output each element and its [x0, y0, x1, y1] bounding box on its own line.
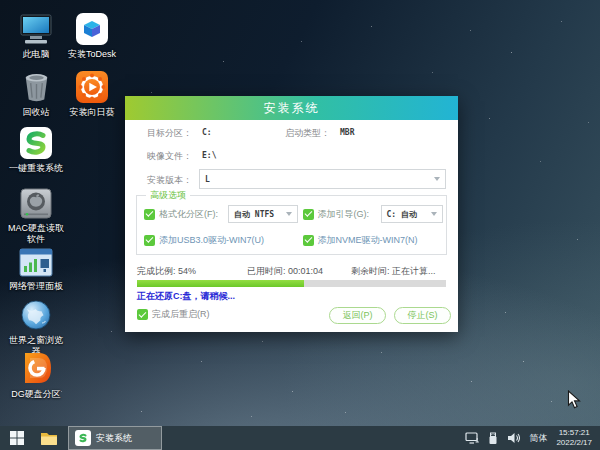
progress-bar — [137, 280, 446, 287]
remaining-time: 剩余时间: 正在计算... — [351, 265, 436, 278]
recycle-bin-icon — [21, 70, 52, 104]
icon-label: 一键重装系统 — [9, 163, 63, 174]
image-file-value: E:\ — [202, 151, 216, 160]
nvme-driver-checkbox[interactable] — [303, 235, 314, 246]
reboot-checkbox[interactable] — [137, 309, 148, 320]
icon-label: 此电脑 — [23, 49, 50, 60]
icon-label: 回收站 — [23, 107, 50, 118]
completion-ratio: 完成比例: 54% — [137, 265, 196, 278]
install-version-select[interactable]: L — [199, 169, 446, 189]
desktop-icon-this-pc[interactable]: 此电脑 — [7, 10, 65, 60]
reboot-after-finish[interactable]: 完成后重启(R) — [137, 308, 210, 321]
stop-button[interactable]: 停止(S) — [394, 307, 451, 324]
icon-label: DG硬盘分区 — [11, 389, 61, 400]
system-tray: 简体 15:57:21 2022/2/17 — [465, 426, 600, 450]
elapsed-time: 已用时间: 00:01:04 — [247, 265, 323, 278]
sunflower-icon — [75, 70, 109, 104]
start-button[interactable] — [0, 426, 34, 450]
advanced-options-legend: 高级选项 — [146, 189, 190, 202]
world-browser-globe-icon — [19, 298, 53, 332]
status-message: 正在还原C:盘，请稍候... — [137, 290, 235, 303]
file-explorer-button[interactable] — [34, 426, 64, 450]
usb3-driver-checkbox[interactable] — [144, 235, 155, 246]
tray-date: 2022/2/17 — [556, 438, 592, 448]
task-label: 安装系统 — [96, 432, 132, 445]
install-version-value: L — [205, 175, 210, 184]
install-system-dialog: 安装系统 目标分区： C: 启动类型： MBR 映像文件： E:\ 安装版本： … — [125, 96, 458, 332]
usb3-driver-label: 添加USB3.0驱动-WIN7(U) — [159, 234, 264, 247]
chevron-down-icon — [434, 177, 440, 181]
desktop-icon-reinstall-system[interactable]: 一键重装系统 — [7, 124, 65, 174]
desktop-icon-world-browser[interactable]: 世界之窗浏览器 — [7, 296, 65, 357]
computer-icon — [18, 13, 54, 46]
mouse-cursor — [567, 390, 581, 410]
windows-logo-icon — [10, 431, 24, 445]
network-panel-icon — [19, 248, 53, 278]
starfield — [0, 0, 1, 1]
install-version-label: 安装版本： — [147, 174, 192, 187]
format-partition-label: 格式化分区(F): — [159, 208, 218, 221]
back-button[interactable]: 返回(P) — [329, 307, 386, 324]
format-partition-checkbox[interactable] — [144, 209, 155, 220]
progress-fill — [137, 280, 304, 287]
format-partition-value: 自动 NTFS — [234, 209, 274, 220]
icon-label: 网络管理面板 — [9, 281, 63, 292]
icon-label: 安装向日葵 — [70, 107, 115, 118]
input-method-indicator[interactable]: 简体 — [529, 432, 547, 445]
format-partition-select[interactable]: 自动 NTFS — [228, 205, 298, 223]
icon-label: 安装ToDesk — [68, 49, 116, 60]
todesk-icon — [75, 12, 109, 46]
chevron-down-icon — [431, 212, 437, 216]
dialog-title: 安装系统 — [264, 100, 320, 117]
folder-icon — [40, 431, 58, 446]
one-key-reinstall-icon — [19, 126, 53, 160]
install-system-task-icon — [75, 430, 91, 446]
add-boot-label: 添加引导(G): — [318, 208, 370, 221]
reboot-label: 完成后重启(R) — [152, 308, 210, 321]
usb-tray-icon[interactable] — [488, 432, 498, 445]
target-partition-value: C: — [202, 128, 212, 137]
target-partition-label: 目标分区： — [147, 127, 192, 140]
dialog-titlebar: 安装系统 — [125, 96, 458, 120]
network-tray-icon[interactable] — [465, 432, 479, 444]
add-boot-checkbox[interactable] — [303, 209, 314, 220]
desktop-icon-diskgenius[interactable]: DG硬盘分区 — [7, 350, 65, 400]
taskbar: 安装系统 简体 15:57:21 2022/2/17 — [0, 426, 600, 450]
desktop-icon-mac-disk[interactable]: MAC硬盘读取软件 — [7, 184, 65, 245]
desktop-icon-network-panel[interactable]: 网络管理面板 — [7, 242, 65, 292]
add-boot-value: C: 自动 — [387, 209, 417, 220]
image-file-label: 映像文件： — [147, 150, 192, 163]
desktop: 此电脑 安装ToDesk 回收站 — [0, 0, 600, 450]
diskgenius-icon — [18, 350, 54, 386]
nvme-driver-label: 添加NVME驱动-WIN7(N) — [318, 234, 418, 247]
advanced-options-group: 高级选项 格式化分区(F): 自动 NTFS 添加引导(G): C: 自动 — [136, 195, 447, 255]
mac-disk-icon — [19, 187, 53, 220]
taskbar-task-install-system[interactable]: 安装系统 — [68, 426, 162, 450]
desktop-icon-sunflower[interactable]: 安装向日葵 — [63, 68, 121, 118]
tray-clock[interactable]: 15:57:21 2022/2/17 — [556, 428, 592, 448]
boot-type-label: 启动类型： — [285, 127, 330, 140]
chevron-down-icon — [286, 212, 292, 216]
desktop-icon-todesk[interactable]: 安装ToDesk — [63, 10, 121, 60]
desktop-icon-recycle-bin[interactable]: 回收站 — [7, 68, 65, 118]
add-boot-select[interactable]: C: 自动 — [381, 205, 443, 223]
boot-type-value: MBR — [340, 128, 354, 137]
volume-tray-icon[interactable] — [507, 432, 520, 444]
tray-time: 15:57:21 — [556, 428, 592, 438]
